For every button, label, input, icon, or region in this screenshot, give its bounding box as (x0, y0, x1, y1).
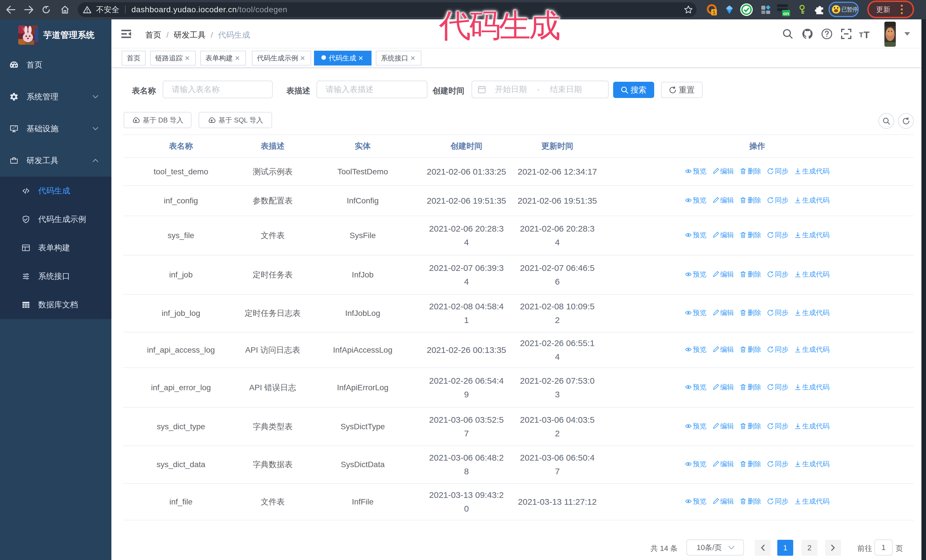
svg-text:T: T (864, 29, 870, 39)
svg-text:1: 1 (713, 10, 716, 15)
svg-text:T: T (859, 31, 863, 39)
svg-text:on: on (783, 11, 789, 16)
